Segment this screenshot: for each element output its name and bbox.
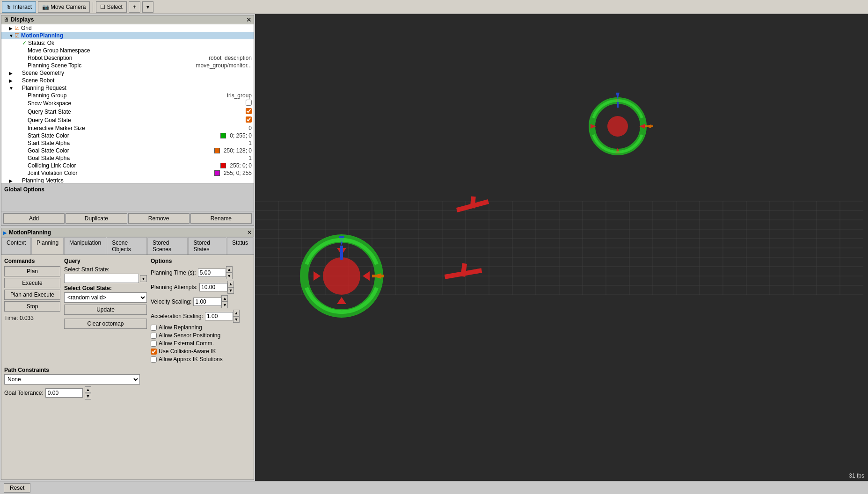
tree-item-planning-scene[interactable]: Planning Scene Topic move_group/monitor.… xyxy=(1,62,254,69)
tree-item-query-start[interactable]: Query Start State xyxy=(1,108,254,116)
add-display-button[interactable]: Add xyxy=(3,213,65,224)
tree-item-start-alpha[interactable]: Start State Alpha 1 xyxy=(1,139,254,147)
select-button[interactable]: ☐ Select xyxy=(96,1,126,13)
path-constraints-select[interactable]: None xyxy=(4,374,140,385)
allow-external-check[interactable] xyxy=(151,341,157,347)
colliding-swatch[interactable] xyxy=(220,163,226,168)
tree-item-colliding-color[interactable]: Colliding Link Color 255; 0; 0 xyxy=(1,162,254,169)
camera-icon: 📷 xyxy=(42,4,49,10)
planning-attempts-input[interactable] xyxy=(199,283,227,291)
use-collision-check[interactable] xyxy=(151,349,157,355)
grid-label: Grid xyxy=(21,25,252,31)
tree-item-show-workspace[interactable]: Show Workspace xyxy=(1,99,254,108)
grid-check: ☑ xyxy=(15,25,20,31)
svg-rect-46 xyxy=(372,275,384,277)
tolerance-down[interactable]: ▼ xyxy=(85,393,91,400)
tree-item-goal-alpha[interactable]: Goal State Alpha 1 xyxy=(1,154,254,162)
velocity-down[interactable]: ▼ xyxy=(221,302,228,308)
duplicate-display-button[interactable]: Duplicate xyxy=(66,213,127,224)
tree-item-planning-request[interactable]: ▼ Planning Request xyxy=(1,84,254,92)
allow-approx-check[interactable] xyxy=(151,356,157,363)
pm-expand[interactable]: ▶ xyxy=(9,178,15,183)
tab-scene-objects[interactable]: Scene Objects xyxy=(107,237,147,254)
goal-color-label: Goal State Color xyxy=(28,147,214,154)
displays-header: 🖥 Displays ✕ xyxy=(1,15,254,24)
clear-octomap-button[interactable]: Clear octomap xyxy=(64,319,147,329)
planning-time-input[interactable] xyxy=(198,269,226,277)
displays-close-button[interactable]: ✕ xyxy=(246,16,252,23)
reset-button[interactable]: Reset xyxy=(4,483,30,493)
velocity-up[interactable]: ▲ xyxy=(221,295,228,302)
move-camera-button[interactable]: 📷 Move Camera xyxy=(38,1,90,13)
pr-expand[interactable]: ▼ xyxy=(9,86,15,91)
svg-point-48 xyxy=(607,116,628,137)
planning-attempts-up[interactable]: ▲ xyxy=(227,281,234,287)
execute-button[interactable]: Execute xyxy=(4,278,60,288)
tree-item-marker-size[interactable]: Interactive Marker Size 0 xyxy=(1,124,254,132)
goal-tolerance-row: Goal Tolerance: ▲ ▼ xyxy=(4,386,251,400)
query-start-check[interactable] xyxy=(246,108,252,114)
plus-button[interactable]: + xyxy=(129,1,140,13)
displays-title: Displays xyxy=(11,16,246,23)
interact-button[interactable]: 🖱 Interact xyxy=(2,1,36,13)
tab-planning[interactable]: Planning xyxy=(31,237,64,254)
joint-swatch[interactable] xyxy=(214,170,220,176)
rename-display-button[interactable]: Rename xyxy=(190,213,252,224)
planning-metrics-label: Planning Metrics xyxy=(22,177,252,183)
acceleration-up[interactable]: ▲ xyxy=(233,310,240,316)
tree-item-scene-robot[interactable]: ▶ Scene Robot xyxy=(1,77,254,84)
stop-button[interactable]: Stop xyxy=(4,301,60,312)
planning-time-down[interactable]: ▼ xyxy=(226,273,233,279)
velocity-scaling-input[interactable] xyxy=(193,298,221,306)
tab-manipulation[interactable]: Manipulation xyxy=(64,237,106,254)
goal-color-swatch[interactable] xyxy=(214,148,220,153)
plan-button[interactable]: Plan xyxy=(4,266,60,276)
tab-status[interactable]: Status xyxy=(227,237,253,254)
tolerance-up[interactable]: ▲ xyxy=(85,386,91,393)
tree-item-start-color[interactable]: Start State Color 0; 255; 0 xyxy=(1,132,254,139)
tree-item-goal-color[interactable]: Goal State Color 250; 128; 0 xyxy=(1,147,254,154)
interact-icon: 🖱 xyxy=(6,4,12,10)
planning-time-up[interactable]: ▲ xyxy=(226,266,233,273)
update-button[interactable]: Update xyxy=(64,305,147,315)
arrow-button[interactable]: ▾ xyxy=(142,1,153,13)
show-workspace-label: Show Workspace xyxy=(28,100,242,107)
acceleration-down[interactable]: ▼ xyxy=(233,316,240,323)
goal-state-select[interactable]: <random valid> xyxy=(64,292,147,303)
tree-item-robot-desc[interactable]: Robot Description robot_description xyxy=(1,54,254,62)
viewport[interactable]: 31 fps xyxy=(255,14,868,481)
allow-sensor-check[interactable] xyxy=(151,333,157,339)
expand-icon-mp[interactable]: ▼ xyxy=(9,33,15,38)
tab-context[interactable]: Context xyxy=(1,237,31,254)
tree-item-joint-color[interactable]: Joint Violation Color 255; 0; 255 xyxy=(1,169,254,177)
tree-item-scene-geometry[interactable]: ▶ Scene Geometry xyxy=(1,69,254,77)
start-color-swatch[interactable] xyxy=(220,133,226,138)
allow-replanning-label: Allow Replanning xyxy=(159,324,202,331)
start-state-arrow[interactable]: ▾ xyxy=(140,275,147,282)
tree-item-status[interactable]: ✓ Status: Ok xyxy=(1,39,254,47)
start-alpha-value: 1 xyxy=(248,140,252,146)
motion-close-button[interactable]: ✕ xyxy=(247,229,252,236)
sg-expand[interactable]: ▶ xyxy=(9,71,15,76)
planning-attempts-down[interactable]: ▼ xyxy=(227,287,234,294)
tree-item-query-goal[interactable]: Query Goal State xyxy=(1,116,254,124)
plan-execute-button[interactable]: Plan and Execute xyxy=(4,290,60,300)
path-constraints-label: Path Constraints xyxy=(4,367,251,373)
tree-item-planning-metrics[interactable]: ▶ Planning Metrics xyxy=(1,177,254,183)
tree-item-motionplanning[interactable]: ▼ ☑ MotionPlanning xyxy=(1,32,254,39)
sr-expand[interactable]: ▶ xyxy=(9,78,15,83)
acceleration-scaling-input[interactable] xyxy=(205,312,233,320)
tab-stored-states[interactable]: Stored States xyxy=(188,237,226,254)
allow-replanning-check[interactable] xyxy=(151,325,157,331)
start-state-input[interactable] xyxy=(64,274,139,283)
tab-stored-scenes[interactable]: Stored Scenes xyxy=(147,237,188,254)
tree-item-planning-group[interactable]: Planning Group iris_group xyxy=(1,92,254,99)
expand-icon[interactable]: ▶ xyxy=(9,26,15,31)
query-goal-check[interactable] xyxy=(246,116,252,123)
show-workspace-check[interactable] xyxy=(246,100,252,106)
tree-item-grid[interactable]: ▶ ☑ Grid xyxy=(1,24,254,32)
tree-item-move-group-ns[interactable]: Move Group Namespace xyxy=(1,47,254,54)
goal-tolerance-input[interactable] xyxy=(45,388,83,398)
remove-display-button[interactable]: Remove xyxy=(128,213,190,224)
start-color-value: 0; 255; 0 xyxy=(230,132,252,139)
